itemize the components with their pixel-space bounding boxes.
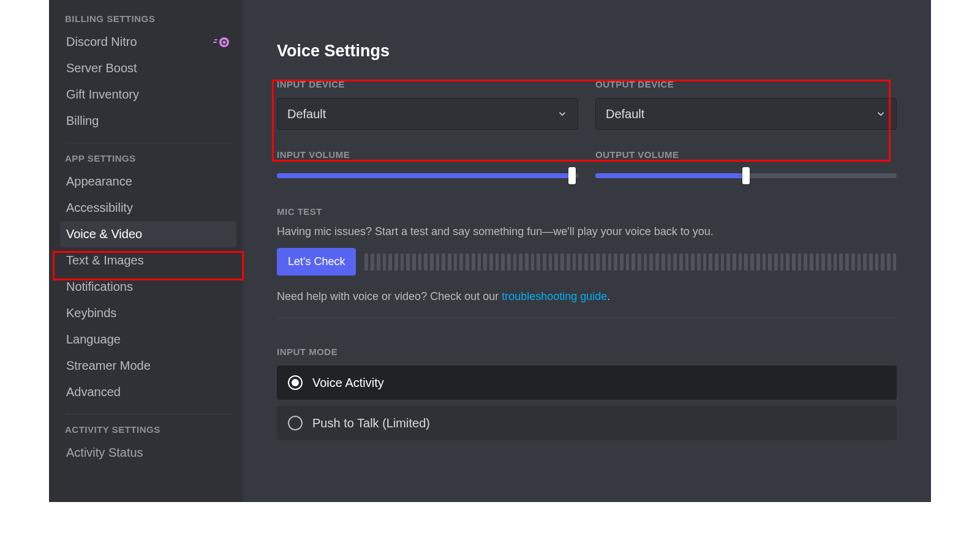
svg-rect-0 xyxy=(213,42,217,43)
sidebar-item-label: Voice & Video xyxy=(66,227,142,241)
sidebar-section-app: App Settings xyxy=(60,151,236,168)
sidebar-item-label: Server Boost xyxy=(66,61,137,75)
sidebar-item-billing[interactable]: Billing xyxy=(60,108,236,134)
sidebar-section-billing: Billing Settings xyxy=(60,11,236,29)
radio-label: Push to Talk (Limited) xyxy=(312,416,430,430)
sidebar-item-gift-inventory[interactable]: Gift Inventory xyxy=(60,81,236,108)
input-volume-label: Input Volume xyxy=(277,149,578,160)
sidebar-item-accessibility[interactable]: Accessibility xyxy=(60,195,236,221)
sidebar-item-label: Text & Images xyxy=(66,253,144,268)
section-divider xyxy=(277,318,897,318)
input-mode-push-to-talk[interactable]: Push to Talk (Limited) xyxy=(277,406,897,440)
sidebar-item-label: Keybinds xyxy=(66,306,116,320)
sidebar-item-notifications[interactable]: Notifications xyxy=(60,274,236,300)
output-device-label: Output Device xyxy=(595,79,897,89)
mic-help-text: Need help with voice or video? Check out… xyxy=(277,290,897,303)
radio-selected-icon xyxy=(288,375,303,390)
settings-window: Billing Settings Discord Nitro xyxy=(49,0,931,502)
output-volume-label: Output Volume xyxy=(595,149,897,160)
input-mode-voice-activity[interactable]: Voice Activity xyxy=(277,365,897,400)
sidebar-item-keybinds[interactable]: Keybinds xyxy=(60,300,236,326)
input-device-label: Input Device xyxy=(277,79,578,89)
sidebar-item-text-images[interactable]: Text & Images xyxy=(60,247,236,274)
sidebar-item-streamer-mode[interactable]: Streamer Mode xyxy=(60,353,236,379)
sidebar-item-label: Activity Status xyxy=(66,446,143,460)
sidebar-item-appearance[interactable]: Appearance xyxy=(60,168,236,195)
input-mode-header: Input Mode xyxy=(277,347,897,357)
sidebar-item-discord-nitro[interactable]: Discord Nitro xyxy=(60,29,236,55)
sidebar-item-server-boost[interactable]: Server Boost xyxy=(60,55,236,81)
mic-test-description: Having mic issues? Start a test and say … xyxy=(277,225,897,238)
sidebar-item-label: Billing xyxy=(66,114,99,128)
sidebar-item-advanced[interactable]: Advanced xyxy=(60,379,236,405)
input-device-value: Default xyxy=(287,107,326,121)
sidebar-item-language[interactable]: Language xyxy=(60,326,236,353)
sidebar-item-label: Advanced xyxy=(66,385,121,399)
sidebar-item-voice-video[interactable]: Voice & Video xyxy=(60,221,236,247)
sidebar-item-label: Accessibility xyxy=(66,201,133,215)
sidebar-divider xyxy=(65,414,232,414)
mic-help-suffix: . xyxy=(607,290,610,302)
mic-test-header: Mic Test xyxy=(277,206,897,217)
chevron-down-icon xyxy=(557,108,568,119)
svg-rect-1 xyxy=(214,39,217,40)
sidebar-item-label: Streamer Mode xyxy=(66,359,151,373)
svg-point-4 xyxy=(223,40,226,43)
sidebar-item-label: Language xyxy=(66,332,121,347)
output-device-value: Default xyxy=(606,107,644,121)
chevron-down-icon xyxy=(875,108,886,119)
page-title: Voice Settings xyxy=(277,42,897,61)
radio-label: Voice Activity xyxy=(312,376,384,390)
sidebar-item-activity-status[interactable]: Activity Status xyxy=(60,440,236,466)
sidebar-item-label: Discord Nitro xyxy=(66,35,137,49)
sidebar-divider xyxy=(65,143,232,143)
output-volume-slider[interactable] xyxy=(595,168,897,183)
radio-unselected-icon xyxy=(288,416,303,430)
settings-sidebar: Billing Settings Discord Nitro xyxy=(49,0,243,502)
input-device-select[interactable]: Default xyxy=(277,98,578,130)
output-device-select[interactable]: Default xyxy=(595,98,897,130)
sidebar-item-label: Appearance xyxy=(66,174,132,189)
settings-content: Voice Settings Input Device Default Outp… xyxy=(243,0,931,502)
sidebar-item-label: Notifications xyxy=(66,280,133,294)
input-volume-slider[interactable] xyxy=(277,168,578,183)
mic-help-prefix: Need help with voice or video? Check out… xyxy=(277,290,502,302)
sidebar-item-label: Gift Inventory xyxy=(66,88,139,102)
mic-test-button[interactable]: Let's Check xyxy=(277,248,356,276)
mic-level-meter xyxy=(364,253,897,271)
sidebar-section-activity: Activity Settings xyxy=(60,422,236,440)
troubleshooting-guide-link[interactable]: troubleshooting guide xyxy=(502,290,607,302)
nitro-badge-icon xyxy=(213,36,230,48)
